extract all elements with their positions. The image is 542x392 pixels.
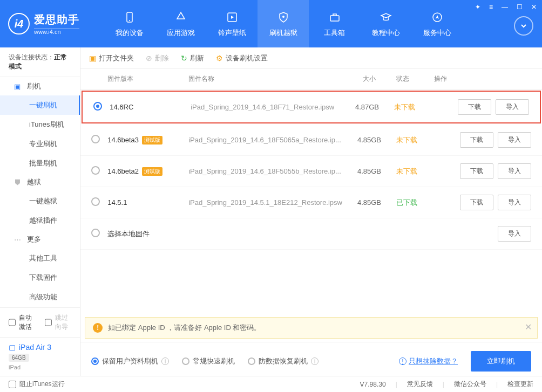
col-action: 操作 xyxy=(434,74,531,84)
open-folder-button[interactable]: ▣打开文件夹 xyxy=(89,53,134,63)
refresh-label: 刷新 xyxy=(190,53,204,63)
download-button[interactable]: 下载 xyxy=(460,132,493,148)
table-header: 固件版本 固件名称 大小 状态 操作 xyxy=(80,69,542,90)
import-button[interactable]: 导入 xyxy=(496,99,529,115)
download-button[interactable]: 下载 xyxy=(460,163,493,179)
settings-icon[interactable]: ✦ xyxy=(473,2,483,12)
device-settings-label: 设备刷机设置 xyxy=(226,53,268,63)
sidebar-item-批量刷机[interactable]: 批量刷机 xyxy=(0,154,80,173)
sidebar-group-刷机[interactable]: ▣刷机 xyxy=(0,77,80,95)
sidebar-item-高级功能[interactable]: 高级功能 xyxy=(0,287,80,307)
beta-badge: 测试版 xyxy=(142,167,162,176)
nav-grad[interactable]: 教程中心 xyxy=(360,0,411,47)
flash-opt-keep-data[interactable]: 保留用户资料刷机i xyxy=(91,356,169,366)
firmware-filename: iPad_Spring_2019_14.6_18F71_Restore.ipsw xyxy=(191,103,340,111)
gear-icon: ⚙ xyxy=(216,54,223,63)
device-info[interactable]: ▢iPad Air 3 64GB iPad xyxy=(0,337,80,376)
download-button[interactable]: 下载 xyxy=(460,195,493,210)
sidebar-item-下载固件[interactable]: 下载固件 xyxy=(0,268,80,287)
block-itunes-checkbox[interactable]: 阻止iTunes运行 xyxy=(9,380,65,389)
nav-shield[interactable]: 刷机越狱 xyxy=(258,0,309,47)
sidebar-item-其他工具[interactable]: 其他工具 xyxy=(0,249,80,268)
maximize-icon[interactable]: ☐ xyxy=(514,2,525,12)
firmware-status: 未下载 xyxy=(394,102,432,112)
minimize-icon[interactable]: — xyxy=(499,2,510,12)
nav-music[interactable]: 铃声壁纸 xyxy=(206,0,258,47)
warning-bar: ! 如已绑定 Apple ID ，请准备好 Apple ID 和密码。 ✕ xyxy=(85,317,538,339)
feedback-link[interactable]: 意见反馈 xyxy=(407,380,433,389)
sidebar-item-一键越狱[interactable]: 一键越狱 xyxy=(0,191,80,211)
flash-opt-antirecovery[interactable]: 防数据恢复刷机i xyxy=(248,356,319,366)
main-panel: ▣打开文件夹 ⊘删除 ↻刷新 ⚙设备刷机设置 固件版本 固件名称 大小 状态 操… xyxy=(80,47,542,376)
firmware-version: 14.6beta2测试版 xyxy=(107,167,188,176)
firmware-row[interactable]: 14.6beta2测试版 iPad_Spring_2019_14.6_18F50… xyxy=(80,156,542,187)
import-button[interactable]: 导入 xyxy=(498,226,531,242)
nav-phone[interactable]: 我的设备 xyxy=(104,0,155,47)
erase-only-link[interactable]: !只想抹除数据？ xyxy=(399,356,458,366)
sidebar: 设备连接状态：正常模式 ▣刷机一键刷机iTunes刷机专业刷机批量刷机⛊越狱一键… xyxy=(0,47,80,376)
firmware-radio[interactable] xyxy=(91,229,107,239)
apps-icon xyxy=(175,10,187,25)
sidebar-group-越狱[interactable]: ⛊越狱 xyxy=(0,173,80,191)
import-button[interactable]: 导入 xyxy=(498,163,531,179)
grad-icon xyxy=(380,10,392,25)
sidebar-item-专业刷机[interactable]: 专业刷机 xyxy=(0,134,80,154)
firmware-radio[interactable] xyxy=(91,197,107,208)
firmware-status: 未下载 xyxy=(396,167,434,176)
flash-opt-normal[interactable]: 常规快速刷机 xyxy=(182,356,235,366)
refresh-button[interactable]: ↻刷新 xyxy=(181,53,204,63)
firmware-filename: iPad_Spring_2019_14.6_18F5055b_Restore.i… xyxy=(188,167,342,175)
info-icon[interactable]: i xyxy=(161,357,169,365)
device-settings-button[interactable]: ⚙设备刷机设置 xyxy=(216,53,268,63)
auto-activate-input[interactable] xyxy=(9,319,16,326)
svg-point-1 xyxy=(129,20,130,21)
firmware-radio[interactable] xyxy=(91,135,107,145)
warning-icon: ! xyxy=(93,323,103,333)
sidebar-item-一键刷机[interactable]: 一键刷机 xyxy=(0,95,80,115)
wechat-link[interactable]: 微信公众号 xyxy=(454,380,486,389)
check-update-link[interactable]: 检查更新 xyxy=(507,380,533,389)
firmware-status: 已下载 xyxy=(396,198,434,208)
col-size: 大小 xyxy=(342,74,396,84)
skip-wizard-input[interactable] xyxy=(45,319,52,326)
device-icon: ▢ xyxy=(9,343,16,352)
app-header: i4 爱思助手 www.i4.cn 我的设备应用游戏铃声壁纸刷机越狱工具箱教程中… xyxy=(0,0,542,47)
close-icon[interactable]: ✕ xyxy=(529,2,539,12)
firmware-row[interactable]: 14.6RC iPad_Spring_2019_14.6_18F71_Resto… xyxy=(82,91,541,123)
firmware-row[interactable]: 选择本地固件 导入 xyxy=(80,218,542,250)
flash-icon: ▣ xyxy=(13,82,22,91)
firmware-size: 4.85GB xyxy=(342,198,396,207)
window-controls: ✦ ≡ — ☐ ✕ xyxy=(473,2,539,12)
nav-apps[interactable]: 应用游戏 xyxy=(155,0,206,47)
toolbar: ▣打开文件夹 ⊘删除 ↻刷新 ⚙设备刷机设置 xyxy=(80,47,542,69)
opt2-label: 常规快速刷机 xyxy=(193,356,235,366)
opt1-label: 保留用户资料刷机 xyxy=(102,356,158,366)
nav-compass[interactable]: 服务中心 xyxy=(411,0,463,47)
flash-now-button[interactable]: 立即刷机 xyxy=(471,351,531,372)
sidebar-group-更多[interactable]: ⋯更多 xyxy=(0,230,80,249)
music-icon xyxy=(226,10,238,25)
auto-activate-checkbox[interactable]: 自动激活 跳过向导 xyxy=(9,313,71,332)
firmware-filename: iPad_Spring_2019_14.6_18F5065a_Restore.i… xyxy=(188,136,342,144)
sidebar-item-越狱插件[interactable]: 越狱插件 xyxy=(0,211,80,230)
erase-link-label: 只想抹除数据？ xyxy=(409,356,458,366)
info-icon[interactable]: i xyxy=(311,357,319,365)
jail-icon: ⛊ xyxy=(13,178,22,187)
download-button[interactable]: 下载 xyxy=(458,99,491,115)
delete-button[interactable]: ⊘删除 xyxy=(146,53,169,63)
import-button[interactable]: 导入 xyxy=(498,195,531,210)
firmware-version: 14.6RC xyxy=(110,103,191,111)
sidebar-item-iTunes刷机[interactable]: iTunes刷机 xyxy=(0,115,80,134)
nav-toolbox[interactable]: 工具箱 xyxy=(309,0,360,47)
block-itunes-input[interactable] xyxy=(9,381,16,388)
header-dropdown-icon[interactable] xyxy=(514,16,533,36)
opt3-label: 防数据恢复刷机 xyxy=(259,356,308,366)
firmware-row[interactable]: 14.6beta3测试版 iPad_Spring_2019_14.6_18F50… xyxy=(80,125,542,156)
device-type: iPad xyxy=(9,364,71,370)
firmware-row[interactable]: 14.5.1 iPad_Spring_2019_14.5.1_18E212_Re… xyxy=(80,187,542,218)
warning-close-icon[interactable]: ✕ xyxy=(525,322,532,332)
firmware-radio[interactable] xyxy=(91,166,107,176)
menu-icon[interactable]: ≡ xyxy=(487,2,495,12)
firmware-radio[interactable] xyxy=(93,102,110,112)
import-button[interactable]: 导入 xyxy=(498,132,531,148)
